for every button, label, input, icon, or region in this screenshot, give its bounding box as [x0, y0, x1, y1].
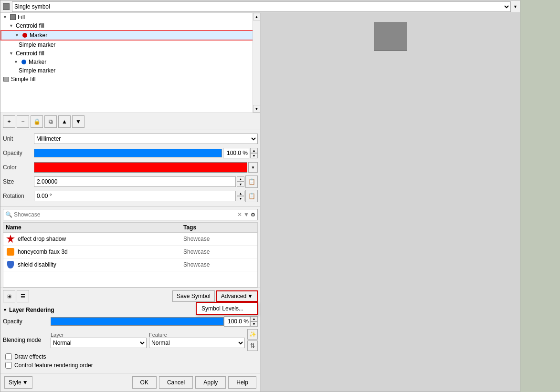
style-area: Style ▼ [4, 376, 130, 389]
control-rendering-checkbox[interactable] [5, 362, 12, 369]
opacity-slider[interactable] [34, 149, 222, 157]
size-spin-down[interactable]: ▼ [237, 182, 244, 187]
tree-item-simple-marker2[interactable]: Simple marker [0, 66, 260, 75]
tree-item-simple-fill[interactable]: Simple fill [0, 75, 260, 83]
opacity-value: 100.0 % [223, 148, 249, 158]
rotation-spin-down[interactable]: ▼ [237, 196, 244, 201]
tree-item-marker1[interactable]: ▼ Marker [0, 30, 260, 41]
tree-item-fill[interactable]: ▼ Fill [0, 13, 260, 21]
scroll-down[interactable]: ▼ [253, 105, 261, 113]
renderer-select[interactable]: Single symbol [12, 1, 511, 12]
save-symbol-button[interactable]: Save Symbol [172, 290, 215, 302]
arrow-centroid1: ▼ [9, 23, 13, 28]
lr-opacity-row: Opacity 100.0 % ▲ ▼ [3, 316, 258, 327]
search-icon: 🔍 [5, 211, 12, 218]
copy-layer-button[interactable]: ⧉ [44, 115, 57, 128]
dialog-buttons: Style ▼ OK Cancel Apply Help [0, 373, 260, 392]
draw-effects-label: Draw effects [14, 353, 46, 360]
ok-button[interactable]: OK [132, 376, 157, 389]
opacity-label: Opacity [3, 150, 34, 156]
color-control: ▼ [34, 162, 258, 173]
lock-layer-button[interactable]: 🔒 [31, 115, 43, 128]
add-layer-button[interactable]: + [3, 115, 15, 128]
unit-label: Unit [3, 135, 34, 142]
symbol-preview-box [374, 22, 407, 51]
symbol-row-2[interactable]: honeycomb faux 3d Showcase [3, 246, 257, 258]
lr-opacity-label: Opacity [3, 318, 51, 325]
symbol-tags-2: Showcase [183, 248, 255, 255]
symbol-levels-item[interactable]: Symbol Levels... [197, 303, 257, 314]
blending-label: Blending mode [3, 337, 51, 343]
style-button[interactable]: Style ▼ [4, 376, 32, 389]
size-row: Size ▲ ▼ 📋 [3, 175, 258, 188]
size-spinner: ▲ ▼ [237, 176, 244, 187]
search-bar: 🔍 ✕ ▼ ⚙ [3, 209, 258, 220]
help-button[interactable]: Help [228, 376, 256, 389]
renderer-icon [3, 3, 10, 10]
color-row: Color ▼ [3, 161, 258, 174]
lr-opacity-value: 100.0 % [224, 316, 250, 327]
symbol-list: Name Tags effect drop shadow Showcase [3, 222, 258, 288]
tree-item-centroid1[interactable]: ▼ Centroid fill [0, 21, 260, 30]
advanced-dropdown: Symbol Levels... [196, 302, 258, 315]
size-label: Size [3, 178, 34, 185]
col-header-name: Name [6, 224, 183, 231]
symbol-tags-3: Showcase [183, 261, 255, 268]
list-view-button[interactable]: ☰ [17, 290, 29, 302]
section-arrow-icon: ▼ [3, 308, 7, 312]
renderer-dropdown-icon: ▼ [513, 4, 518, 9]
unit-select[interactable]: Millimeter [34, 134, 258, 144]
remove-layer-button[interactable]: − [17, 115, 29, 128]
unit-row: Unit Millimeter [3, 133, 258, 145]
apply-button[interactable]: Apply [195, 376, 226, 389]
blending-layer-label: Layer [51, 332, 147, 338]
lr-opacity-slider[interactable] [51, 317, 224, 326]
tree-item-simple-marker1[interactable]: Simple marker [0, 41, 260, 49]
grid-view-button[interactable]: ⊞ [3, 290, 15, 302]
symbol-name-2: honeycomb faux 3d [18, 248, 181, 255]
draw-effects-checkbox[interactable] [5, 353, 12, 360]
tree-scrollbar[interactable]: ▲ ▼ [253, 13, 260, 113]
size-input[interactable] [34, 176, 236, 187]
tree-item-centroid2[interactable]: ▼ Centroid fill [0, 49, 260, 58]
blending-layer-select[interactable]: Normal [51, 338, 147, 348]
symbol-preview-panel [261, 13, 520, 392]
search-options-icon[interactable]: ⚙ [251, 212, 255, 218]
cancel-button[interactable]: Cancel [159, 376, 193, 389]
control-rendering-row: Control feature rendering order [3, 362, 258, 369]
size-data-defined[interactable]: 📋 [245, 175, 258, 188]
symbol-row-1[interactable]: effect drop shadow Showcase [3, 233, 257, 246]
blending-feature-select[interactable]: Normal [149, 338, 245, 348]
arrow-marker1: ▼ [15, 33, 19, 38]
symbol-toolbar: + − 🔒 ⧉ ▲ ▼ [0, 113, 260, 130]
rotation-data-defined[interactable]: 📋 [245, 190, 258, 202]
move-up-button[interactable]: ▲ [58, 115, 71, 128]
rotation-spin-up[interactable]: ▲ [237, 191, 244, 196]
move-down-button[interactable]: ▼ [72, 115, 85, 128]
scroll-up[interactable]: ▲ [253, 13, 261, 21]
paint-effects-button[interactable]: ✨ [247, 329, 258, 340]
search-dropdown-icon[interactable]: ▼ [243, 211, 249, 218]
opacity-spin-down[interactable]: ▼ [250, 153, 258, 158]
color-dropdown-arrow[interactable]: ▼ [248, 162, 258, 173]
sort-order-button[interactable]: ⇅ [247, 340, 258, 351]
symbol-row-3[interactable]: shield disability Showcase [3, 258, 257, 271]
rotation-input[interactable] [34, 191, 236, 201]
advanced-arrow-icon: ▼ [247, 293, 253, 299]
label-fill: Fill [18, 14, 25, 21]
size-spin-up[interactable]: ▲ [237, 176, 244, 182]
symbol-name-1: effect drop shadow [18, 236, 181, 242]
tree-item-marker2[interactable]: ▼ Marker [0, 58, 260, 66]
label-centroid1: Centroid fill [16, 22, 44, 29]
symbol-tags-1: Showcase [183, 236, 255, 242]
lr-opacity-spin-down[interactable]: ▼ [250, 321, 258, 327]
blending-layer-group: Layer Normal [51, 332, 147, 348]
clear-icon[interactable]: ✕ [237, 211, 242, 218]
opacity-spin-up[interactable]: ▲ [250, 148, 258, 153]
color-label: Color [3, 164, 34, 171]
search-input[interactable] [14, 211, 236, 218]
advanced-button[interactable]: Advanced ▼ [216, 290, 258, 302]
rotation-label: Rotation [3, 193, 34, 199]
lr-opacity-spin-up[interactable]: ▲ [250, 316, 258, 321]
color-picker[interactable] [34, 162, 247, 173]
